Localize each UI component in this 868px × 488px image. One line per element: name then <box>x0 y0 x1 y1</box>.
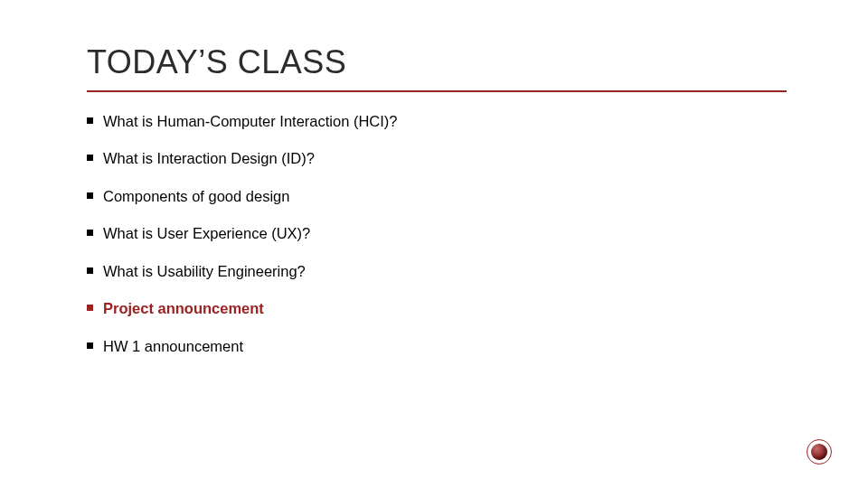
bullet-text: What is Human-Computer Interaction (HCI)… <box>103 113 398 129</box>
bullet-item: What is Interaction Design (ID)? <box>87 149 787 168</box>
bullet-text: HW 1 announcement <box>103 338 243 354</box>
bullet-text: What is User Experience (UX)? <box>103 225 310 241</box>
bullet-item: HW 1 announcement <box>87 337 787 356</box>
bullet-item: Components of good design <box>87 187 787 206</box>
bullet-item: What is User Experience (UX)? <box>87 224 787 243</box>
bullet-text: What is Interaction Design (ID)? <box>103 150 315 166</box>
bullet-text: Project announcement <box>103 300 264 316</box>
bullet-list: What is Human-Computer Interaction (HCI)… <box>87 112 787 356</box>
slide: TODAY’S CLASS What is Human-Computer Int… <box>0 0 868 488</box>
bullet-item: What is Usability Engineering? <box>87 262 787 281</box>
bullet-text: What is Usability Engineering? <box>103 263 306 279</box>
decorative-circle-icon <box>807 439 832 465</box>
slide-title: TODAY’S CLASS <box>87 43 787 81</box>
title-underline <box>87 90 787 92</box>
bullet-item-accent: Project announcement <box>87 299 787 318</box>
bullet-text: Components of good design <box>103 188 289 204</box>
bullet-item: What is Human-Computer Interaction (HCI)… <box>87 112 787 131</box>
